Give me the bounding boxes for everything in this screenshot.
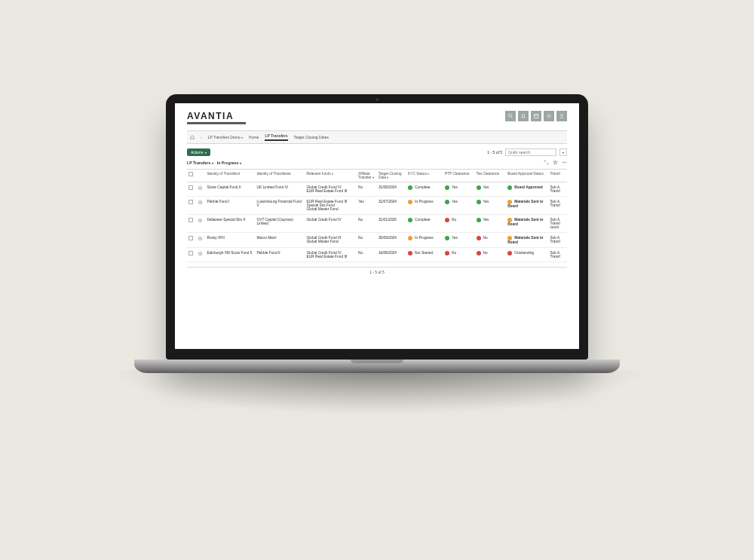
expand-icon[interactable]: [544, 160, 549, 166]
view-row-icon[interactable]: [198, 202, 203, 206]
th-transfer[interactable]: Transf: [548, 170, 567, 182]
cell-transfer: Sub A Transf: [548, 197, 567, 215]
cell-tax: Yes: [475, 182, 507, 197]
breadcrumb-lp-transfers[interactable]: LP Transfers: [265, 133, 287, 141]
svg-point-5: [564, 162, 565, 163]
cell-funds: Global Credit Fund IIIGlobal Master Fund: [305, 233, 357, 248]
filter-in-progress[interactable]: In Progress ▾: [217, 161, 241, 165]
status-dot: [408, 251, 412, 256]
th-funds[interactable]: Relevant funds ▾: [305, 170, 357, 182]
cell-transferee: Pebble Fund II: [255, 248, 305, 262]
cell-tax: Yes: [475, 215, 507, 233]
table-row[interactable]: Edinburgh XM Scots Fund IIPebble Fund II…: [187, 248, 567, 262]
table-footer-range: 1 - 5 of 5: [187, 267, 567, 274]
status-dot: [477, 185, 481, 190]
cell-affiliate: Yes: [357, 197, 377, 215]
home-icon[interactable]: [190, 135, 195, 140]
quick-search-dropdown[interactable]: ▾: [559, 148, 567, 156]
cell-ptp: Yes: [443, 233, 475, 248]
cell-affiliate: No: [357, 233, 377, 248]
cell-board: Materials Sent to Board: [506, 197, 548, 215]
cell-kyc: Complete: [406, 182, 443, 197]
screen-bezel: AVANTIA › LP Transfers Demo ▾: [166, 94, 588, 360]
th-board[interactable]: Board Approval Status: [506, 170, 548, 182]
cell-ptp: Yes: [443, 182, 475, 197]
svg-point-2: [548, 115, 550, 117]
select-all-checkbox[interactable]: [188, 172, 193, 176]
svg-point-3: [561, 114, 563, 116]
subbar: Actions▾ 1 - 5 of 5 ▾: [187, 148, 567, 156]
th-affiliate[interactable]: Affiliate Transfer ▾: [357, 170, 377, 182]
th-kyc[interactable]: KYC Status ▾: [406, 170, 443, 182]
cell-transfer: Sub A Transf: [548, 182, 567, 197]
cell-affiliate: No: [357, 215, 377, 233]
view-row-icon[interactable]: [198, 188, 203, 191]
row-checkbox[interactable]: [188, 200, 193, 204]
user-icon[interactable]: [556, 111, 567, 121]
status-dot: [477, 236, 481, 240]
cell-transferor: Edinburgh XM Scots Fund II: [205, 248, 255, 262]
table-row[interactable]: Delaware Special Sits IIGVT Capital (Cay…: [187, 215, 567, 233]
status-dot: [507, 185, 512, 190]
th-transferee[interactable]: Identity of Transferee: [255, 170, 305, 182]
settings-icon[interactable]: [544, 111, 554, 121]
th-ptp[interactable]: PTP Clearance: [443, 170, 475, 182]
row-checkbox-cell: [187, 215, 196, 233]
status-dot: [477, 218, 481, 222]
view-controls: [544, 160, 567, 166]
bell-icon[interactable]: [518, 111, 529, 121]
cell-tax: No: [475, 233, 507, 248]
row-checkbox[interactable]: [188, 218, 193, 222]
table-row[interactable]: Rocky XFIIMacro MezzGlobal Credit Fund I…: [187, 233, 567, 248]
cell-transferor: Delaware Special Sits II: [205, 215, 255, 233]
status-dot: [408, 200, 412, 204]
status-dot: [408, 236, 412, 240]
cell-affiliate: No: [357, 182, 377, 197]
status-dot: [445, 185, 449, 190]
cell-transferee: Macro Mezz: [255, 233, 305, 248]
svg-point-0: [508, 114, 511, 117]
cell-transferee: UK Limited Fund IV: [255, 182, 305, 197]
cell-transferor: Rocky XFII: [205, 233, 255, 248]
cell-target-date: 31/08/2024: [377, 182, 406, 197]
cell-board: Board Approved: [506, 182, 548, 197]
breadcrumb-root[interactable]: LP Transfers Demo ▾: [208, 135, 243, 139]
cell-transferee: Luxembourg Financial Fund V: [255, 197, 305, 215]
cell-transfer: Sub A Transf: [548, 248, 567, 262]
svg-point-6: [566, 162, 566, 163]
row-checkbox[interactable]: [188, 185, 193, 190]
status-dot: [408, 185, 412, 190]
cell-kyc: Complete: [406, 215, 443, 233]
breadcrumb-home[interactable]: Home: [249, 135, 259, 139]
view-row-icon[interactable]: [198, 238, 203, 242]
table-row[interactable]: Stone Capital Fund IIUK Limited Fund IVG…: [187, 182, 567, 197]
breadcrumb-bar: › LP Transfers Demo ▾ Home LP Transfers …: [187, 130, 567, 144]
subbar-right: 1 - 5 of 5 ▾: [487, 148, 567, 156]
table-row[interactable]: Pebble Fund ILuxembourg Financial Fund V…: [187, 197, 567, 215]
th-target-date[interactable]: Target Closing Date ▾: [377, 170, 406, 182]
breadcrumb-target-dates[interactable]: Target Closing Dates: [294, 135, 329, 139]
breadcrumb-sep: ›: [201, 135, 202, 139]
quick-search-input[interactable]: [505, 148, 556, 156]
view-row-icon[interactable]: [198, 253, 203, 257]
inbox-icon[interactable]: [531, 111, 541, 121]
cell-transferor: Pebble Fund I: [205, 197, 255, 215]
th-tax[interactable]: Tax Clearance: [475, 170, 507, 182]
filter-lp-transfers[interactable]: LP Transfers ▾: [187, 161, 213, 165]
svg-rect-1: [534, 115, 538, 118]
cell-transfer: Sub A Transf: [548, 233, 567, 248]
star-icon[interactable]: [553, 160, 558, 166]
actions-button[interactable]: Actions▾: [187, 148, 210, 156]
more-icon[interactable]: [562, 160, 567, 166]
search-icon[interactable]: [505, 111, 516, 121]
row-checkbox[interactable]: [188, 236, 193, 240]
status-dot: [408, 218, 412, 222]
cell-funds: Global Credit Fund IVEUR Real Estate Fun…: [305, 182, 357, 197]
cell-affiliate: No: [357, 248, 377, 262]
cell-funds: Global Credit Fund IVEUR Real Estate Fun…: [305, 248, 357, 262]
row-view-cell: [196, 182, 205, 197]
status-dot: [477, 200, 481, 204]
view-row-icon[interactable]: [198, 220, 203, 224]
th-transferor[interactable]: Identity of Transferor: [205, 170, 255, 182]
row-checkbox[interactable]: [188, 251, 193, 256]
